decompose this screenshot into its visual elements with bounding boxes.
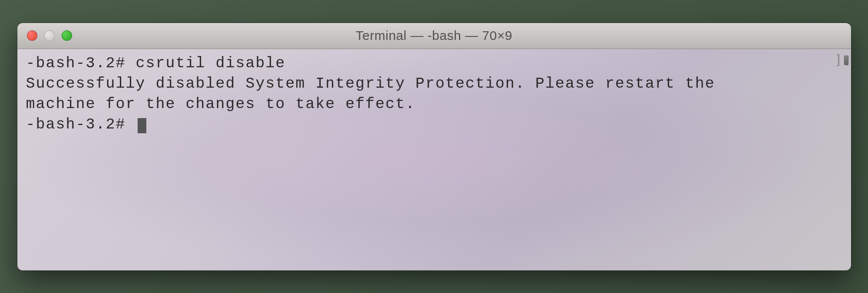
scrollbar[interactable]: ] <box>835 53 848 68</box>
maximize-button[interactable] <box>62 30 72 41</box>
shell-prompt: -bash-3.2# <box>26 55 136 72</box>
close-button[interactable] <box>27 30 37 41</box>
window-titlebar[interactable]: Terminal — -bash — 70×9 <box>17 23 851 49</box>
terminal-window: Terminal — -bash — 70×9 ] -bash-3.2# csr… <box>17 23 851 270</box>
output-line-2: machine for the changes to take effect. <box>26 94 842 115</box>
command-line-1: -bash-3.2# csrutil disable <box>26 53 842 74</box>
cursor-icon <box>138 118 146 133</box>
terminal-body[interactable]: ] -bash-3.2# csrutil disable Successfull… <box>17 49 851 270</box>
minimize-button[interactable] <box>44 30 55 41</box>
command-line-2: -bash-3.2# <box>26 115 842 135</box>
terminal-content: -bash-3.2# csrutil disable Successfully … <box>26 53 842 135</box>
command-text: csrutil disable <box>136 55 286 72</box>
shell-prompt: -bash-3.2# <box>26 116 136 133</box>
scroll-bracket-icon: ] <box>835 51 843 69</box>
traffic-lights <box>17 30 72 41</box>
window-title: Terminal — -bash — 70×9 <box>356 28 512 43</box>
scroll-thumb-icon[interactable] <box>844 56 848 65</box>
output-line-1: Successfully disabled System Integrity P… <box>26 74 842 94</box>
